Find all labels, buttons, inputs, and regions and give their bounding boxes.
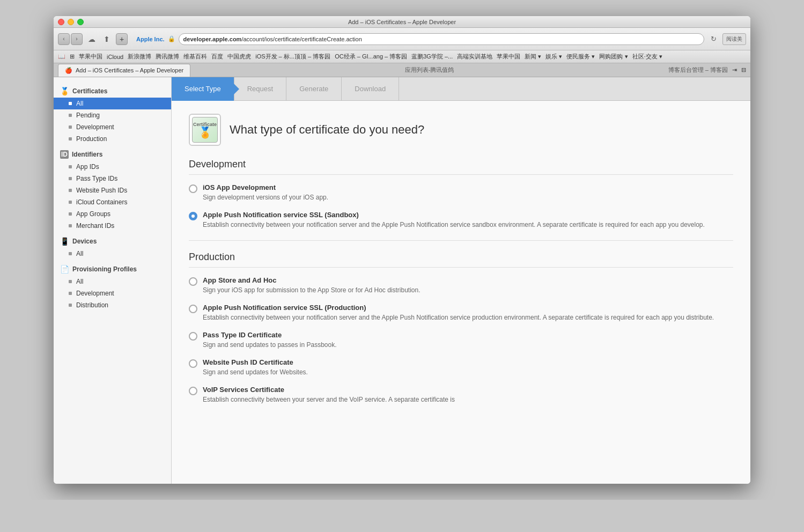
item-dot <box>69 224 72 227</box>
sidebar-item-all-profiles[interactable]: All <box>54 276 171 287</box>
bookmark-gaoduan[interactable]: 高端实训基地 <box>457 53 492 61</box>
identifiers-label: Identifiers <box>72 151 102 158</box>
step-generate[interactable]: Generate <box>286 77 342 101</box>
bookmark-wiki[interactable]: 维基百科 <box>183 53 207 61</box>
radio-apns-prod: Apple Push Notification service SSL (Pro… <box>189 304 733 322</box>
sidebar-section-profiles: 📄 Provisioning Profiles All Development … <box>54 262 171 311</box>
bookmark-tiger[interactable]: 中国虎虎 <box>227 53 251 61</box>
profiles-all-label: All <box>76 278 83 285</box>
radio-pass-type-id-button[interactable] <box>189 332 197 341</box>
bookmark-oc[interactable]: OC经承 – GI...ang – 博客园 <box>335 53 407 61</box>
sidebar-item-merchant-ids[interactable]: Merchant IDs <box>54 220 171 232</box>
new-tab-button[interactable]: + <box>116 33 128 45</box>
bookmark-apple2[interactable]: 苹果中国 <box>497 53 520 61</box>
collapse-icon[interactable]: ⊟ <box>741 66 746 73</box>
step-request[interactable]: Request <box>234 77 286 101</box>
bookmark-reader[interactable]: 📖 <box>58 53 65 60</box>
radio-website-push-id-label: Website Push ID Certificate <box>203 358 308 366</box>
production-section: Production App Store and Ad Hoc Sign you… <box>189 252 733 404</box>
bookmark-apple-china[interactable]: 苹果中国 <box>79 53 102 61</box>
close-button[interactable] <box>58 19 64 25</box>
bookmark-sina[interactable]: 新浪微博 <box>128 53 151 61</box>
radio-voip-label: VoIP Services Certificate <box>203 386 455 394</box>
bookmark-ent[interactable]: 娱乐 ▾ <box>545 53 562 61</box>
cloud-button[interactable]: ☁ <box>86 33 98 45</box>
sidebar-item-pending[interactable]: Pending <box>54 109 171 121</box>
step-download[interactable]: Download <box>342 77 399 101</box>
sidebar-item-development-cert[interactable]: Development <box>54 121 171 133</box>
step-select-type-label: Select Type <box>185 85 221 93</box>
expand-icon[interactable]: ⇥ <box>732 66 737 73</box>
sidebar-item-icloud-containers[interactable]: iCloud Containers <box>54 196 171 208</box>
certificate-content: Certificate 🏅 What type of certificate d… <box>172 101 750 426</box>
sidebar-item-dev-profiles[interactable]: Development <box>54 287 171 299</box>
id-section-icon: ID <box>60 150 69 159</box>
radio-voip-button[interactable] <box>189 387 197 395</box>
item-dot <box>69 102 72 105</box>
sidebar-item-all-certs[interactable]: All <box>54 98 171 109</box>
sidebar-item-all-devices[interactable]: All <box>54 248 171 260</box>
sidebar-item-app-ids[interactable]: App IDs <box>54 161 171 173</box>
production-title: Production <box>189 252 733 268</box>
maximize-button[interactable] <box>77 19 84 25</box>
reader-button[interactable]: 阅读美 <box>722 33 746 45</box>
radio-apns-sandbox-label: Apple Push Notification service SSL (San… <box>203 211 705 219</box>
window-title: Add – iOS Certificates – Apple Developer <box>348 19 456 25</box>
item-dot <box>69 304 72 307</box>
bookmark-baidu[interactable]: 百度 <box>211 53 223 61</box>
company-name: Apple Inc. <box>136 36 165 42</box>
radio-apns-sandbox-button[interactable] <box>189 212 197 220</box>
bookmark-social[interactable]: 社区·交友 ▾ <box>632 53 662 61</box>
radio-ios-app-dev-button[interactable] <box>189 184 197 193</box>
profiles-label: Provisioning Profiles <box>72 265 137 273</box>
forward-button[interactable]: › <box>71 33 83 45</box>
share-button[interactable]: ⬆ <box>101 33 113 45</box>
radio-apns-prod-button[interactable] <box>189 305 197 313</box>
bookmark-news[interactable]: 新闻 ▾ <box>525 53 541 61</box>
radio-voip: VoIP Services Certificate Establish conn… <box>189 386 733 404</box>
profiles-section-icon: 📄 <box>60 265 69 274</box>
bookmark-qq[interactable]: 腾讯微博 <box>156 53 179 61</box>
item-dot <box>69 280 72 283</box>
sidebar-item-pass-type-ids[interactable]: Pass Type IDs <box>54 173 171 184</box>
sidebar-item-app-groups[interactable]: App Groups <box>54 208 171 220</box>
radio-apns-prod-desc: Establish connectivity between your noti… <box>203 313 714 322</box>
bookmark-grid[interactable]: ⊞ <box>70 53 75 60</box>
sidebar-item-production-cert[interactable]: Production <box>54 133 171 145</box>
minimize-button[interactable] <box>68 19 74 25</box>
item-dot <box>69 201 72 204</box>
bookmark-ios[interactable]: iOS开发 – 标...顶顶 – 博客园 <box>255 53 330 61</box>
radio-voip-desc: Establish connectivity between your serv… <box>203 395 455 404</box>
certificates-header: 🏅 Certificates <box>54 84 171 98</box>
icloud-containers-label: iCloud Containers <box>76 198 127 206</box>
sidebar-item-dist-profiles[interactable]: Distribution <box>54 299 171 311</box>
app-ids-label: App IDs <box>76 163 99 171</box>
radio-apns-sandbox-content: Apple Push Notification service SSL (San… <box>203 211 705 230</box>
radio-appstore-adhoc-button[interactable] <box>189 277 197 286</box>
radio-website-push-id-button[interactable] <box>189 359 197 368</box>
cert-dev-label: Development <box>76 123 114 131</box>
radio-ios-app-dev-label: iOS App Development <box>203 183 328 191</box>
merchant-ids-label: Merchant IDs <box>76 222 114 230</box>
radio-website-push-id-desc: Sign and send updates for Websites. <box>203 367 308 377</box>
refresh-button[interactable]: ↻ <box>707 33 719 45</box>
back-button[interactable]: ‹ <box>58 33 70 45</box>
identifiers-header: ID Identifiers <box>54 147 171 161</box>
bookmark-service[interactable]: 便民服务 ▾ <box>566 53 595 61</box>
bookmark-shop[interactable]: 网购团购 ▾ <box>599 53 628 61</box>
bookmarks-bar: 📖 ⊞ 苹果中国 iCloud 新浪微博 腾讯微博 维基百科 百度 中国虎虎 i… <box>54 50 750 63</box>
step-select-type[interactable]: Select Type <box>172 77 234 101</box>
radio-ios-app-dev-desc: Sign development versions of your iOS ap… <box>203 193 328 202</box>
sidebar-item-website-push-ids[interactable]: Website Push IDs <box>54 184 171 196</box>
item-dot <box>69 292 72 295</box>
bookmark-icloud[interactable]: iCloud <box>107 54 123 60</box>
url-bar[interactable]: developer.apple.com/account/ios/certific… <box>179 33 704 45</box>
sidebar: 🏅 Certificates All Pending Development <box>54 77 172 484</box>
tab-title: Add – iOS Certificates – Apple Developer <box>76 67 183 73</box>
active-tab[interactable]: 🍎 Add – iOS Certificates – Apple Develop… <box>58 64 190 77</box>
section-divider <box>189 240 733 241</box>
radio-appstore-adhoc-label: App Store and Ad Hoc <box>203 276 421 284</box>
radio-apns-prod-label: Apple Push Notification service SSL (Pro… <box>203 304 714 312</box>
bookmark-lan[interactable]: 蓝鹏3G学院 –... <box>411 53 453 61</box>
development-title: Development <box>189 159 733 175</box>
